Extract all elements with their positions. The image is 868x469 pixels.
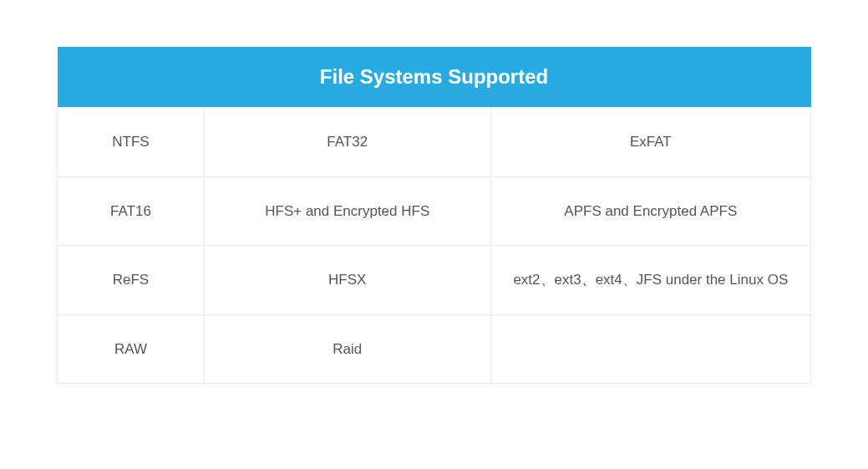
cell-value: FAT32 [204,108,490,177]
cell-value: HFSX [204,246,490,315]
cell-value: ExFAT [490,108,810,177]
cell-value [490,314,810,384]
cell-value: APFS and Encrypted APFS [490,176,810,246]
file-systems-table: File Systems Supported NTFS FAT32 ExFAT … [57,47,811,384]
table-row: NTFS FAT32 ExFAT [58,108,811,177]
cell-value: NTFS [58,108,205,177]
cell-value: RAW [58,314,205,384]
cell-value: ReFS [58,246,205,315]
cell-value: FAT16 [58,176,205,246]
cell-value: ext2、ext3、ext4、JFS under the Linux OS [490,246,810,315]
cell-value: Raid [204,314,490,384]
table-row: ReFS HFSX ext2、ext3、ext4、JFS under the L… [58,246,811,315]
table-title: File Systems Supported [58,47,811,108]
table-row: FAT16 HFS+ and Encrypted HFS APFS and En… [58,176,811,246]
cell-value: HFS+ and Encrypted HFS [204,176,490,246]
table-row: RAW Raid [58,314,811,384]
